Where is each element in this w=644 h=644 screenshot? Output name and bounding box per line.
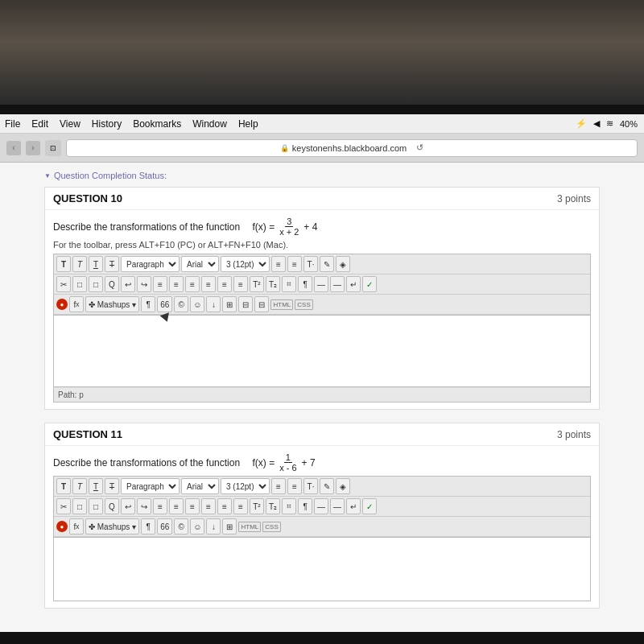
copyright-q10[interactable]: © [174,296,188,312]
size-select-q11[interactable]: 3 (12pt) [221,478,270,494]
superscript-q11[interactable]: T² [250,498,264,514]
pencil-button-q10[interactable]: ✎ [320,256,334,272]
align-left-q10[interactable]: ≡ [153,276,167,292]
indent-more-q11[interactable]: ≡ [217,498,232,514]
link-q11[interactable]: ⌗ [282,498,296,514]
redo-btn-q10[interactable]: ↪ [137,276,151,292]
indent-more-q10[interactable]: ≡ [217,276,232,292]
emoji-q11[interactable]: ☺ [190,518,204,535]
record-btn-q11[interactable]: ● [56,521,68,532]
align-right-q11[interactable]: ≡ [185,498,200,514]
eraser-button-q10[interactable]: ◈ [336,256,350,272]
font-select-q11[interactable]: Arial [181,478,219,494]
indent-button-q10[interactable]: ≡ [287,256,302,272]
copy-btn-q10[interactable]: □ [72,276,87,292]
undo-btn-q11[interactable]: ↩ [121,498,135,514]
css-badge-q10[interactable]: CSS [295,299,312,310]
strikethrough-button-q11[interactable]: T [105,478,119,494]
list-button-q10[interactable]: ≡ [271,256,286,272]
menu-item-edit[interactable]: Edit [31,118,48,130]
align-center-q11[interactable]: ≡ [169,498,184,514]
align-center-q10[interactable]: ≡ [169,276,184,292]
strikethrough-button-q10[interactable]: T [105,256,119,272]
media2-q10[interactable]: ⊟ [254,296,269,312]
html-badge-q10[interactable]: HTML [270,299,293,310]
italic-button-q11[interactable]: T [72,478,87,494]
link-q10[interactable]: ⌗ [282,276,296,292]
mashups-btn-q10[interactable]: ✤ Mashups ▾ [85,296,139,312]
record-btn-q10[interactable]: ● [56,299,68,310]
pilcrow2-q11[interactable]: ¶ [141,518,155,535]
menu-item-help[interactable]: Help [238,118,258,130]
italic-button-q10[interactable]: T [72,256,87,272]
menu-item-history[interactable]: History [92,118,122,130]
bold-button-q11[interactable]: T [56,478,71,494]
list-button-q11[interactable]: ≡ [271,478,286,494]
completion-status[interactable]: Question Completion Status: [44,171,600,180]
outdent-q11[interactable]: ≡ [233,498,248,514]
anchor-q10[interactable]: ↓ [206,296,221,312]
paragraph-select-q10[interactable]: Paragraph [121,256,180,272]
address-bar[interactable]: 🔒 keystonenhs.blackboard.com ↺ [66,139,638,157]
subscript-q11[interactable]: T₂ [266,498,280,514]
table-q10[interactable]: ⊞ [222,296,237,312]
check-q11[interactable]: ✓ [362,498,377,514]
bold-button-q10[interactable]: T [56,256,71,272]
forward-button[interactable]: › [26,141,40,155]
copyright-q11[interactable]: © [174,518,188,535]
pilcrow-q10[interactable]: ¶ [298,276,312,292]
undo-btn-q10[interactable]: ↩ [121,276,135,292]
copy-btn-q11[interactable]: □ [72,498,87,514]
subscript-q10[interactable]: T₂ [266,276,280,292]
font-select-q10[interactable]: Arial [181,256,219,272]
check-q10[interactable]: ✓ [362,276,377,292]
window-toggle[interactable]: ⊡ [45,140,61,156]
align-left-q11[interactable]: ≡ [153,498,167,514]
align-justify-q10[interactable]: ≡ [201,276,216,292]
css-badge-q11[interactable]: CSS [262,522,280,532]
text-color-button-q10[interactable]: T· [303,256,318,272]
text-color-button-q11[interactable]: T· [303,478,318,494]
pilcrow2-q10[interactable]: ¶ [141,296,155,312]
cut-button-q10[interactable]: ✂ [56,276,71,292]
outdent-q10[interactable]: ≡ [233,276,248,292]
fx-btn-q10[interactable]: fx [69,296,84,312]
menu-item-window[interactable]: Window [192,118,227,130]
mashups-btn-q11[interactable]: ✤ Mashups ▾ [85,518,139,535]
dash-q10[interactable]: — [314,276,328,292]
fx-btn-q11[interactable]: fx [69,518,84,535]
paste-btn-q11[interactable]: □ [89,498,103,514]
back-button[interactable]: ‹ [6,141,21,155]
media-q10[interactable]: ⊟ [238,296,253,312]
newline-q10[interactable]: ↵ [346,276,361,292]
quotes-q11[interactable]: 66 [157,518,172,535]
pilcrow-q11[interactable]: ¶ [298,498,312,514]
dash2-q11[interactable]: — [330,498,345,514]
rte-body-q10[interactable] [53,315,591,387]
eraser-button-q11[interactable]: ◈ [336,478,350,494]
underline-button-q10[interactable]: T [89,256,103,272]
cut-button-q11[interactable]: ✂ [56,498,71,514]
reload-icon[interactable]: ↺ [416,142,423,153]
search-btn-q10[interactable]: Q [105,276,119,292]
quotes-q10[interactable]: 66 [157,296,172,312]
newline-q11[interactable]: ↵ [346,498,361,514]
superscript-q10[interactable]: T² [250,276,264,292]
paragraph-select-q11[interactable]: Paragraph [121,478,180,494]
dash2-q10[interactable]: — [330,276,345,292]
menu-item-bookmarks[interactable]: Bookmarks [133,118,181,130]
pencil-button-q11[interactable]: ✎ [320,478,334,494]
redo-btn-q11[interactable]: ↪ [137,498,151,514]
dash-q11[interactable]: — [314,498,328,514]
rte-body-q11[interactable] [53,537,591,601]
anchor-q11[interactable]: ↓ [206,518,221,535]
align-justify-q11[interactable]: ≡ [201,498,216,514]
indent-button-q11[interactable]: ≡ [287,478,302,494]
search-btn-q11[interactable]: Q [105,498,119,514]
menu-item-view[interactable]: View [60,118,80,130]
emoji-q10[interactable]: ☺ [190,296,204,312]
table-q11[interactable]: ⊞ [222,518,237,535]
size-select-q10[interactable]: 3 (12pt) [221,256,270,272]
paste-btn-q10[interactable]: □ [89,276,103,292]
menu-item-file[interactable]: File [5,118,20,130]
